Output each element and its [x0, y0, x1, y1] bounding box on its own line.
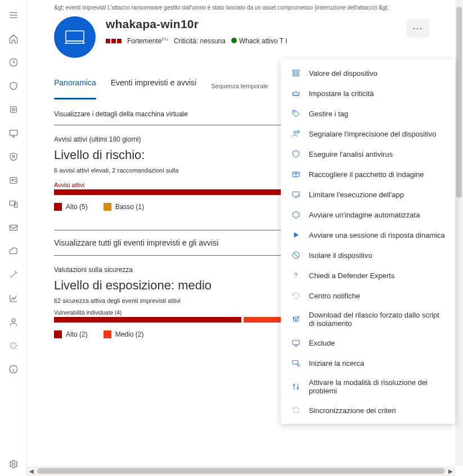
svg-point-10	[12, 319, 15, 322]
status-dot-icon	[231, 38, 237, 43]
svg-point-4	[12, 155, 15, 157]
menu-item-person-feedback[interactable]: Segnalare l'imprecisione del dispositivo	[281, 124, 455, 144]
menu-item-troubleshoot[interactable]: Attivare la modalità di risoluzione dei …	[281, 373, 455, 400]
menu-item-label: Segnalare l'imprecisione del dispositivo	[309, 130, 437, 138]
main-pane: &gt; eventi imprevisti L'attacco ransomw…	[27, 0, 463, 476]
severity-superscript: DU	[161, 37, 168, 42]
menu-item-play[interactable]: Avviare una sessione di risposta dinamic…	[281, 225, 455, 245]
menu-item-grid[interactable]: Valore del dispositivo	[281, 63, 455, 83]
clock-icon[interactable]	[0, 51, 27, 74]
menu-item-label: Download del rilascio forzato dallo scri…	[309, 311, 445, 328]
menu-item-block[interactable]: Isolare il dispositivo	[281, 245, 455, 265]
chart-icon[interactable]	[0, 287, 27, 310]
tab-timeline[interactable]: Sequenza temporale	[211, 79, 268, 95]
restrict-icon	[291, 189, 301, 200]
wand-icon[interactable]	[0, 263, 27, 287]
badge-icon[interactable]	[0, 145, 27, 169]
menu-item-search-device[interactable]: Iniziare la ricerca	[281, 353, 455, 373]
menu-item-label: Attivare la modalità di risoluzione dei …	[309, 378, 445, 395]
contact-icon[interactable]	[0, 169, 27, 192]
grid-icon	[291, 68, 301, 78]
menu-item-label: Limitare l'esecuzione dell'app	[309, 191, 404, 199]
svg-point-6	[12, 179, 14, 181]
view-all-incidents-link[interactable]: Visualizzare tutti gli eventi imprevisti…	[54, 238, 282, 256]
menu-item-label: Sincronizzazione dei criteri	[309, 406, 396, 415]
cloud-icon[interactable]	[0, 239, 27, 263]
menu-item-history[interactable]: Centro notifiche	[281, 285, 455, 306]
monitor-icon	[291, 338, 301, 348]
box-icon[interactable]	[0, 98, 27, 121]
menu-item-label: Impostare la criticità	[309, 89, 374, 98]
svg-point-18	[294, 111, 295, 112]
sliders-icon	[291, 314, 301, 324]
svg-rect-17	[296, 74, 299, 76]
menu-item-shield[interactable]: Eseguire l'analisi antivirus	[281, 144, 455, 164]
svg-rect-15	[296, 70, 299, 72]
menu-item-label: Valore del dispositivo	[309, 69, 377, 78]
search-device-icon	[291, 358, 301, 368]
scroll-left-icon[interactable]: ◀	[27, 466, 36, 475]
menu-item-restrict[interactable]: Limitare l'esecuzione dell'app	[281, 184, 455, 205]
status-label: Whack attivo T I	[239, 37, 287, 45]
hexagon-icon	[291, 210, 301, 220]
svg-rect-13	[66, 31, 84, 41]
block-icon	[291, 250, 301, 260]
svg-rect-14	[293, 70, 295, 72]
sync-icon	[291, 405, 301, 415]
desktop-icon[interactable]	[0, 121, 27, 145]
svg-point-28	[297, 364, 299, 366]
mail-icon[interactable]	[0, 216, 27, 239]
menu-item-crown[interactable]: Impostare la criticità	[281, 83, 455, 103]
menu-item-hexagon[interactable]: Avviare un'indagine automatizzata	[281, 205, 455, 225]
devices-icon[interactable]	[0, 192, 27, 216]
sparkle-icon[interactable]	[0, 334, 27, 357]
menu-item-tag[interactable]: Gestire i tag	[281, 103, 455, 124]
horizontal-scrollbar[interactable]: ◀ ▶	[27, 466, 455, 476]
person-icon[interactable]	[0, 310, 27, 334]
legend-vuln-med: Medio (2)	[104, 330, 144, 338]
svg-point-19	[294, 131, 296, 133]
shield-nav-icon[interactable]	[0, 74, 27, 98]
device-avatar	[54, 16, 96, 58]
scroll-right-icon[interactable]: ▶	[446, 466, 455, 475]
menu-item-sliders[interactable]: Download del rilascio forzato dallo scri…	[281, 306, 455, 333]
svg-point-2	[12, 108, 15, 111]
crown-icon	[291, 88, 301, 98]
menu-icon[interactable]	[0, 3, 27, 27]
svg-rect-9	[10, 225, 17, 230]
svg-rect-1	[10, 107, 16, 113]
legend-low: Basso (1)	[104, 203, 144, 211]
severity-label: Fortemente	[127, 37, 161, 45]
menu-item-question[interactable]: Chiedi a Defender Experts	[281, 265, 455, 285]
svg-rect-26	[293, 340, 299, 344]
device-meta: FortementeDU Criticità: nessuna Whack at…	[106, 37, 463, 45]
menu-item-label: Centro notifiche	[309, 292, 360, 300]
menu-item-label: Exclude	[309, 339, 335, 347]
menu-item-label: Avviare una sessione di risposta dinamic…	[309, 231, 445, 239]
svg-rect-3	[10, 130, 17, 135]
tab-overview[interactable]: Panoramica	[54, 75, 96, 99]
nav-rail	[0, 0, 27, 476]
shield-icon	[291, 149, 301, 159]
divider	[54, 230, 282, 230]
menu-item-label: Raccogliere il pacchetto di indagine	[309, 170, 424, 179]
menu-item-label: Gestire i tag	[309, 110, 348, 118]
more-actions-button[interactable]: ⋯	[407, 19, 429, 38]
troubleshoot-icon	[291, 382, 301, 392]
home-icon[interactable]	[0, 27, 27, 51]
menu-item-package[interactable]: Raccogliere il pacchetto di indagine	[281, 164, 455, 184]
package-icon	[291, 169, 301, 179]
menu-item-sync[interactable]: Sincronizzazione dei criteri	[281, 400, 455, 420]
menu-item-monitor[interactable]: Exclude	[281, 333, 455, 353]
vertical-scrollbar[interactable]	[455, 0, 463, 466]
play-icon	[291, 230, 301, 240]
menu-item-label: Avviare un'indagine automatizzata	[309, 211, 420, 219]
vm-details-link[interactable]: Visualizzare i dettagli della macchina v…	[54, 110, 282, 125]
actions-menu: Valore del dispositivoImpostare la criti…	[281, 60, 455, 424]
tab-incidents[interactable]: Eventi imprevisti e avvisi	[111, 75, 197, 99]
info-icon[interactable]	[0, 357, 27, 381]
svg-point-12	[12, 463, 15, 466]
svg-rect-27	[293, 360, 298, 364]
breadcrumb[interactable]: &gt; eventi imprevisti L'attacco ransomw…	[54, 0, 463, 16]
settings-icon[interactable]	[0, 452, 27, 476]
